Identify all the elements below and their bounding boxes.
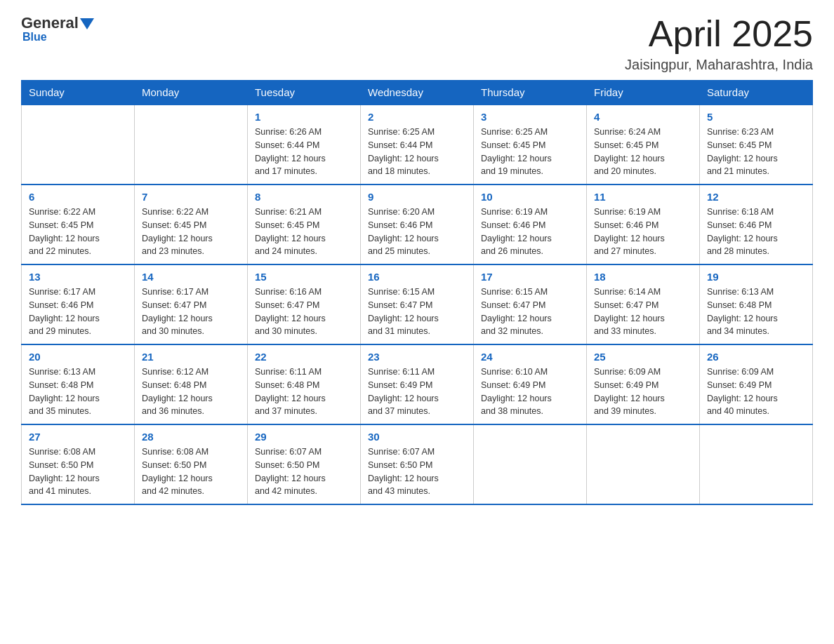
day-number: 13 [29, 271, 127, 283]
calendar-cell [700, 424, 813, 504]
day-info: Sunrise: 6:07 AM Sunset: 6:50 PM Dayligh… [255, 445, 353, 498]
day-info: Sunrise: 6:22 AM Sunset: 6:45 PM Dayligh… [142, 206, 240, 258]
column-header-sunday: Sunday [22, 81, 135, 105]
calendar-cell: 7Sunrise: 6:22 AM Sunset: 6:45 PM Daylig… [135, 185, 248, 264]
day-number: 29 [255, 431, 353, 443]
column-header-tuesday: Tuesday [248, 81, 361, 105]
calendar-cell: 9Sunrise: 6:20 AM Sunset: 6:46 PM Daylig… [361, 185, 474, 264]
calendar-cell: 4Sunrise: 6:24 AM Sunset: 6:45 PM Daylig… [587, 105, 700, 185]
day-number: 19 [707, 271, 805, 283]
day-number: 20 [29, 351, 127, 363]
day-info: Sunrise: 6:13 AM Sunset: 6:48 PM Dayligh… [707, 286, 805, 338]
day-info: Sunrise: 6:17 AM Sunset: 6:47 PM Dayligh… [142, 286, 240, 338]
day-info: Sunrise: 6:15 AM Sunset: 6:47 PM Dayligh… [368, 286, 466, 338]
calendar-cell: 19Sunrise: 6:13 AM Sunset: 6:48 PM Dayli… [700, 264, 813, 344]
day-info: Sunrise: 6:19 AM Sunset: 6:46 PM Dayligh… [594, 206, 692, 258]
day-number: 5 [707, 111, 805, 123]
calendar-cell: 14Sunrise: 6:17 AM Sunset: 6:47 PM Dayli… [135, 264, 248, 344]
day-info: Sunrise: 6:09 AM Sunset: 6:49 PM Dayligh… [707, 365, 805, 418]
day-number: 27 [29, 431, 127, 443]
page-header: General Blue April 2025 Jaisingpur, Maha… [21, 14, 813, 73]
calendar-cell: 28Sunrise: 6:08 AM Sunset: 6:50 PM Dayli… [135, 424, 248, 504]
day-number: 26 [707, 351, 805, 363]
calendar-cell: 21Sunrise: 6:12 AM Sunset: 6:48 PM Dayli… [135, 344, 248, 424]
calendar-cell: 16Sunrise: 6:15 AM Sunset: 6:47 PM Dayli… [361, 264, 474, 344]
day-info: Sunrise: 6:17 AM Sunset: 6:46 PM Dayligh… [29, 286, 127, 338]
day-info: Sunrise: 6:25 AM Sunset: 6:44 PM Dayligh… [368, 126, 466, 178]
day-info: Sunrise: 6:18 AM Sunset: 6:46 PM Dayligh… [707, 206, 805, 258]
calendar-cell: 18Sunrise: 6:14 AM Sunset: 6:47 PM Dayli… [587, 264, 700, 344]
calendar-cell: 17Sunrise: 6:15 AM Sunset: 6:47 PM Dayli… [474, 264, 587, 344]
day-info: Sunrise: 6:15 AM Sunset: 6:47 PM Dayligh… [481, 286, 579, 338]
day-number: 25 [594, 351, 692, 363]
logo: General Blue [21, 14, 94, 43]
calendar-cell: 6Sunrise: 6:22 AM Sunset: 6:45 PM Daylig… [22, 185, 135, 264]
calendar-cell: 27Sunrise: 6:08 AM Sunset: 6:50 PM Dayli… [22, 424, 135, 504]
day-number: 6 [29, 191, 127, 203]
column-header-thursday: Thursday [474, 81, 587, 105]
day-number: 17 [481, 271, 579, 283]
day-info: Sunrise: 6:19 AM Sunset: 6:46 PM Dayligh… [481, 206, 579, 258]
calendar-cell: 25Sunrise: 6:09 AM Sunset: 6:49 PM Dayli… [587, 344, 700, 424]
calendar-cell: 13Sunrise: 6:17 AM Sunset: 6:46 PM Dayli… [22, 264, 135, 344]
day-info: Sunrise: 6:24 AM Sunset: 6:45 PM Dayligh… [594, 126, 692, 178]
day-info: Sunrise: 6:10 AM Sunset: 6:49 PM Dayligh… [481, 365, 579, 418]
calendar-header-row: SundayMondayTuesdayWednesdayThursdayFrid… [22, 81, 813, 105]
day-number: 14 [142, 271, 240, 283]
day-info: Sunrise: 6:14 AM Sunset: 6:47 PM Dayligh… [594, 286, 692, 338]
calendar-cell: 30Sunrise: 6:07 AM Sunset: 6:50 PM Dayli… [361, 424, 474, 504]
day-number: 18 [594, 271, 692, 283]
day-number: 23 [368, 351, 466, 363]
calendar-cell: 1Sunrise: 6:26 AM Sunset: 6:44 PM Daylig… [248, 105, 361, 185]
calendar-cell: 3Sunrise: 6:25 AM Sunset: 6:45 PM Daylig… [474, 105, 587, 185]
day-number: 30 [368, 431, 466, 443]
calendar-cell: 8Sunrise: 6:21 AM Sunset: 6:45 PM Daylig… [248, 185, 361, 264]
day-number: 1 [255, 111, 353, 123]
day-number: 4 [594, 111, 692, 123]
day-info: Sunrise: 6:08 AM Sunset: 6:50 PM Dayligh… [29, 445, 127, 498]
logo-triangle-icon [80, 18, 94, 29]
calendar-cell: 23Sunrise: 6:11 AM Sunset: 6:49 PM Dayli… [361, 344, 474, 424]
calendar-week-row: 13Sunrise: 6:17 AM Sunset: 6:46 PM Dayli… [22, 264, 813, 344]
day-number: 11 [594, 191, 692, 203]
calendar-cell: 22Sunrise: 6:11 AM Sunset: 6:48 PM Dayli… [248, 344, 361, 424]
calendar-cell [474, 424, 587, 504]
calendar-cell: 10Sunrise: 6:19 AM Sunset: 6:46 PM Dayli… [474, 185, 587, 264]
calendar-cell [22, 105, 135, 185]
day-info: Sunrise: 6:26 AM Sunset: 6:44 PM Dayligh… [255, 126, 353, 178]
day-info: Sunrise: 6:07 AM Sunset: 6:50 PM Dayligh… [368, 445, 466, 498]
location-subtitle: Jaisingpur, Maharashtra, India [625, 57, 813, 73]
day-number: 15 [255, 271, 353, 283]
calendar-cell: 29Sunrise: 6:07 AM Sunset: 6:50 PM Dayli… [248, 424, 361, 504]
day-number: 8 [255, 191, 353, 203]
day-number: 10 [481, 191, 579, 203]
day-number: 16 [368, 271, 466, 283]
calendar-table: SundayMondayTuesdayWednesdayThursdayFrid… [21, 80, 813, 505]
day-info: Sunrise: 6:11 AM Sunset: 6:49 PM Dayligh… [368, 365, 466, 418]
day-number: 28 [142, 431, 240, 443]
calendar-cell: 20Sunrise: 6:13 AM Sunset: 6:48 PM Dayli… [22, 344, 135, 424]
day-number: 12 [707, 191, 805, 203]
month-year-title: April 2025 [625, 14, 813, 54]
logo-blue-text: Blue [22, 31, 47, 43]
day-info: Sunrise: 6:20 AM Sunset: 6:46 PM Dayligh… [368, 206, 466, 258]
calendar-cell: 12Sunrise: 6:18 AM Sunset: 6:46 PM Dayli… [700, 185, 813, 264]
day-number: 21 [142, 351, 240, 363]
calendar-week-row: 27Sunrise: 6:08 AM Sunset: 6:50 PM Dayli… [22, 424, 813, 504]
calendar-week-row: 1Sunrise: 6:26 AM Sunset: 6:44 PM Daylig… [22, 105, 813, 185]
day-info: Sunrise: 6:11 AM Sunset: 6:48 PM Dayligh… [255, 365, 353, 418]
day-number: 2 [368, 111, 466, 123]
column-header-friday: Friday [587, 81, 700, 105]
day-info: Sunrise: 6:08 AM Sunset: 6:50 PM Dayligh… [142, 445, 240, 498]
calendar-cell [587, 424, 700, 504]
column-header-monday: Monday [135, 81, 248, 105]
day-number: 9 [368, 191, 466, 203]
calendar-week-row: 6Sunrise: 6:22 AM Sunset: 6:45 PM Daylig… [22, 185, 813, 264]
column-header-saturday: Saturday [700, 81, 813, 105]
day-info: Sunrise: 6:25 AM Sunset: 6:45 PM Dayligh… [481, 126, 579, 178]
calendar-cell: 26Sunrise: 6:09 AM Sunset: 6:49 PM Dayli… [700, 344, 813, 424]
calendar-cell: 2Sunrise: 6:25 AM Sunset: 6:44 PM Daylig… [361, 105, 474, 185]
day-info: Sunrise: 6:23 AM Sunset: 6:45 PM Dayligh… [707, 126, 805, 178]
day-info: Sunrise: 6:12 AM Sunset: 6:48 PM Dayligh… [142, 365, 240, 418]
day-info: Sunrise: 6:22 AM Sunset: 6:45 PM Dayligh… [29, 206, 127, 258]
